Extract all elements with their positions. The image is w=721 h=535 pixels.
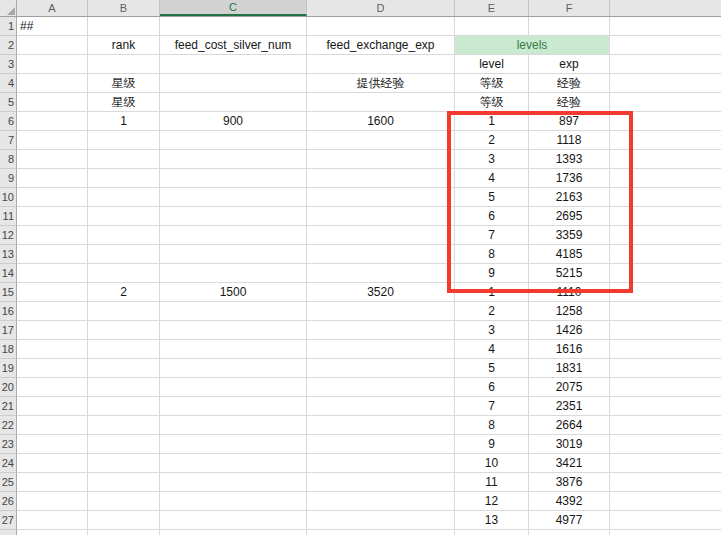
cell-F3[interactable]: exp <box>529 55 610 74</box>
cell-E17[interactable]: 3 <box>455 321 529 340</box>
cell-D8[interactable] <box>307 150 455 169</box>
cell-C12[interactable] <box>160 226 307 245</box>
cell-A23[interactable] <box>17 435 88 454</box>
cell-C2[interactable]: feed_cost_silver_num <box>160 36 307 55</box>
cell-C28[interactable] <box>160 530 307 535</box>
cell-D26[interactable] <box>307 492 455 511</box>
cell-B25[interactable] <box>88 473 160 492</box>
cell-F20[interactable]: 2075 <box>529 378 610 397</box>
cell-C15[interactable]: 1500 <box>160 283 307 302</box>
cell-D6[interactable]: 1600 <box>307 112 455 131</box>
cell-E21[interactable]: 7 <box>455 397 529 416</box>
cell-B6[interactable]: 1 <box>88 112 160 131</box>
row-header-19[interactable]: 19 <box>0 359 17 378</box>
column-header-D[interactable]: D <box>307 0 455 16</box>
cell-A11[interactable] <box>17 207 88 226</box>
cell-D22[interactable] <box>307 416 455 435</box>
cell-F24[interactable]: 3421 <box>529 454 610 473</box>
row-header-23[interactable]: 23 <box>0 435 17 454</box>
row-header-1[interactable]: 1 <box>0 17 17 36</box>
cell-E7[interactable]: 2 <box>455 131 529 150</box>
cell-B18[interactable] <box>88 340 160 359</box>
cell-D19[interactable] <box>307 359 455 378</box>
cell-B3[interactable] <box>88 55 160 74</box>
cell-F16[interactable]: 1258 <box>529 302 610 321</box>
cell-E3[interactable]: level <box>455 55 529 74</box>
cell-A19[interactable] <box>17 359 88 378</box>
cell-C10[interactable] <box>160 188 307 207</box>
column-header-A[interactable]: A <box>17 0 88 16</box>
cell-F17[interactable]: 1426 <box>529 321 610 340</box>
cell-F25[interactable]: 3876 <box>529 473 610 492</box>
cell-D17[interactable] <box>307 321 455 340</box>
cell-E9[interactable]: 4 <box>455 169 529 188</box>
cell-E27[interactable]: 13 <box>455 511 529 530</box>
cell-A8[interactable] <box>17 150 88 169</box>
column-header-E[interactable]: E <box>455 0 529 16</box>
cell-D9[interactable] <box>307 169 455 188</box>
cell-F21[interactable]: 2351 <box>529 397 610 416</box>
cell-A15[interactable] <box>17 283 88 302</box>
row-header-28[interactable]: 28 <box>0 530 17 535</box>
cell-B7[interactable] <box>88 131 160 150</box>
cell-C25[interactable] <box>160 473 307 492</box>
cell-A21[interactable] <box>17 397 88 416</box>
row-header-3[interactable]: 3 <box>0 55 17 74</box>
row-header-14[interactable]: 14 <box>0 264 17 283</box>
cell-D5[interactable] <box>307 93 455 112</box>
cell-C5[interactable] <box>160 93 307 112</box>
row-header-21[interactable]: 21 <box>0 397 17 416</box>
cell-B4[interactable]: 星级 <box>88 74 160 93</box>
cell-F18[interactable]: 1616 <box>529 340 610 359</box>
cell-C11[interactable] <box>160 207 307 226</box>
cell-B16[interactable] <box>88 302 160 321</box>
cell-B24[interactable] <box>88 454 160 473</box>
row-header-8[interactable]: 8 <box>0 150 17 169</box>
cell-A14[interactable] <box>17 264 88 283</box>
cell-F28[interactable] <box>529 530 610 535</box>
row-header-5[interactable]: 5 <box>0 93 17 112</box>
cell-C8[interactable] <box>160 150 307 169</box>
cell-F26[interactable]: 4392 <box>529 492 610 511</box>
cell-B28[interactable] <box>88 530 160 535</box>
cell-D16[interactable] <box>307 302 455 321</box>
cell-F22[interactable]: 2664 <box>529 416 610 435</box>
cell-A1[interactable]: ## <box>17 17 88 36</box>
cell-F6[interactable]: 897 <box>529 112 610 131</box>
row-header-17[interactable]: 17 <box>0 321 17 340</box>
cell-B26[interactable] <box>88 492 160 511</box>
cell-D3[interactable] <box>307 55 455 74</box>
cell-C17[interactable] <box>160 321 307 340</box>
row-header-9[interactable]: 9 <box>0 169 17 188</box>
row-header-24[interactable]: 24 <box>0 454 17 473</box>
cell-E25[interactable]: 11 <box>455 473 529 492</box>
row-header-13[interactable]: 13 <box>0 245 17 264</box>
cell-E20[interactable]: 6 <box>455 378 529 397</box>
select-all-corner[interactable] <box>0 0 17 16</box>
cell-B8[interactable] <box>88 150 160 169</box>
cell-F15[interactable]: 1110 <box>529 283 610 302</box>
cell-D28[interactable] <box>307 530 455 535</box>
cell-E11[interactable]: 6 <box>455 207 529 226</box>
row-header-25[interactable]: 25 <box>0 473 17 492</box>
cell-C27[interactable] <box>160 511 307 530</box>
row-header-12[interactable]: 12 <box>0 226 17 245</box>
cell-D4[interactable]: 提供经验 <box>307 74 455 93</box>
cell-F13[interactable]: 4185 <box>529 245 610 264</box>
cell-E10[interactable]: 5 <box>455 188 529 207</box>
cell-D25[interactable] <box>307 473 455 492</box>
cell-B20[interactable] <box>88 378 160 397</box>
cell-F10[interactable]: 2163 <box>529 188 610 207</box>
row-header-2[interactable]: 2 <box>0 36 17 55</box>
cell-E26[interactable]: 12 <box>455 492 529 511</box>
cell-A2[interactable] <box>17 36 88 55</box>
cell-B19[interactable] <box>88 359 160 378</box>
cell-A16[interactable] <box>17 302 88 321</box>
cell-E19[interactable]: 5 <box>455 359 529 378</box>
cell-F5[interactable]: 经验 <box>529 93 610 112</box>
cell-C9[interactable] <box>160 169 307 188</box>
cell-D2[interactable]: feed_exchange_exp <box>307 36 455 55</box>
cell-E8[interactable]: 3 <box>455 150 529 169</box>
row-header-11[interactable]: 11 <box>0 207 17 226</box>
cell-E6[interactable]: 1 <box>455 112 529 131</box>
